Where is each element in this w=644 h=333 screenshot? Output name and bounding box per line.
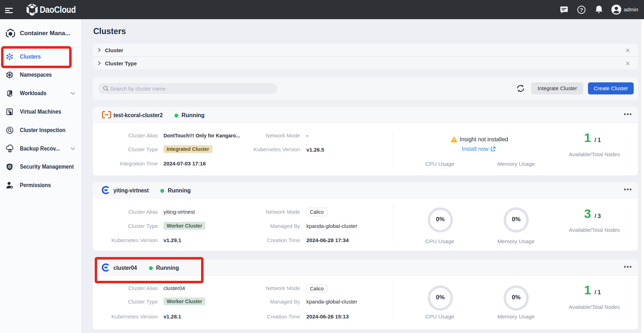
svg-text:?: ? [580,7,583,13]
